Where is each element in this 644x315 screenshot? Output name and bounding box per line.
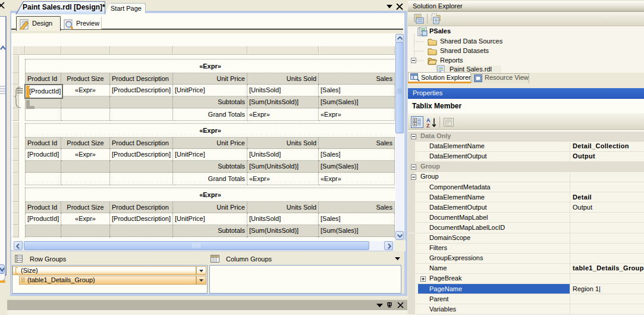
svg-text:Z: Z: [426, 123, 430, 128]
